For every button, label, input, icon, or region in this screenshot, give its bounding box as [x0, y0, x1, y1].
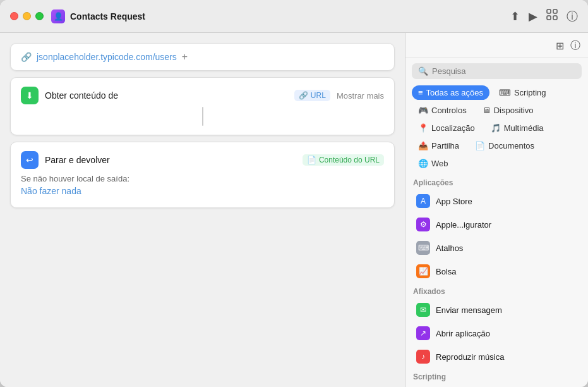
titlebar-actions: ⬆ ▶ ⓘ	[510, 9, 578, 24]
gallery-button[interactable]	[546, 9, 558, 23]
share-button[interactable]: ⬆	[510, 9, 520, 23]
section-header-apps: Aplicações	[405, 175, 588, 189]
pill-device-icon: 🖥	[483, 106, 491, 115]
list-item-icon-play-music: ♪	[416, 350, 430, 364]
search-icon: 🔍	[418, 66, 428, 76]
category-pills: ≡ Todas as ações ⌨ Scripting 🎮 Controlos…	[405, 83, 588, 175]
titlebar: 👤 Contacts Request ⬆ ▶ ⓘ	[0, 0, 588, 33]
list-item-comment[interactable]: ≡ Comentário	[409, 384, 585, 387]
list-item-open-app[interactable]: ↗ Abrir aplicação	[409, 322, 585, 345]
action-tag-content: 📄 Conteúdo do URL	[303, 154, 384, 166]
list-item-play-music[interactable]: ♪ Reproduzir música	[409, 345, 585, 368]
action-card-get-content: ⬇ Obter conteúdo de 🔗 URL Mostrar mais	[10, 77, 395, 135]
list-item-bolsa[interactable]: 📈 Bolsa	[409, 260, 585, 283]
search-input[interactable]	[432, 66, 575, 76]
pill-location-icon: 📍	[418, 123, 428, 133]
pill-all-actions[interactable]: ≡ Todas as ações	[412, 85, 489, 100]
svg-rect-3	[553, 16, 557, 20]
pill-all-label: Todas as ações	[426, 88, 483, 97]
pill-docs-label: Documentos	[488, 141, 534, 150]
right-panel: ⊞ ⓘ 🔍 ≡ Todas as ações ⌨ Scripting	[405, 33, 588, 387]
list-item-icon-open-app: ↗	[416, 326, 430, 340]
list-item-label-configurator: Apple...igurator	[436, 220, 491, 230]
list-item-label-appstore: App Store	[436, 197, 472, 206]
list-item-appstore[interactable]: A App Store	[409, 190, 585, 212]
pill-web-icon: 🌐	[418, 159, 428, 168]
action-icon-get: ⬇	[21, 87, 39, 104]
link-icon: 🔗	[21, 52, 32, 62]
action-card-stop-return: ↩ Parar e devolver 📄 Conteúdo do URL Se …	[10, 142, 395, 208]
pill-web-label: Web	[431, 159, 448, 168]
main-window: 👤 Contacts Request ⬆ ▶ ⓘ 🔗 jsonplacehold…	[0, 0, 588, 387]
pill-docs[interactable]: 📄 Documentos	[469, 138, 541, 153]
app-icon: 👤	[51, 9, 65, 23]
content-area: 🔗 jsonplaceholder.typicode.com/users + ⬇…	[0, 33, 588, 387]
pill-docs-icon: 📄	[475, 141, 485, 150]
pill-controls[interactable]: 🎮 Controlos	[412, 103, 473, 118]
svg-rect-0	[547, 9, 551, 13]
mostrar-mais-link[interactable]: Mostrar mais	[337, 91, 384, 101]
pill-multimedia-icon: 🎵	[491, 123, 501, 133]
pill-web[interactable]: 🌐 Web	[412, 156, 455, 171]
list-item-configurator[interactable]: ⚙ Apple...igurator	[409, 213, 585, 236]
tag-icon-2: 📄	[307, 156, 316, 164]
pill-all-icon: ≡	[418, 88, 423, 97]
svg-rect-1	[553, 9, 557, 13]
divider-handle	[202, 107, 203, 126]
right-panel-header: ⊞ ⓘ	[405, 33, 588, 58]
pill-scripting-icon: ⌨	[499, 88, 511, 97]
list-item-label-bolsa: Bolsa	[436, 267, 457, 276]
section-header-scripting: Scripting	[405, 369, 588, 383]
no-output-label: Se não houver local de saída:	[21, 174, 384, 183]
list-item-icon-send-msg: ✉	[416, 303, 430, 317]
pill-share-label: Partilha	[431, 141, 459, 150]
list-item-icon-appstore: A	[416, 194, 430, 208]
action-header-2: ↩ Parar e devolver 📄 Conteúdo do URL	[21, 151, 384, 169]
pill-location-label: Localização	[431, 123, 475, 133]
tag-icon: 🔗	[299, 91, 308, 100]
list-item-send-msg[interactable]: ✉ Enviar mensagem	[409, 298, 585, 321]
action-label-stop: Parar e devolver	[45, 155, 296, 165]
pill-controls-icon: 🎮	[418, 106, 428, 115]
close-button[interactable]	[10, 12, 18, 20]
url-text: jsonplaceholder.typicode.com/users	[37, 52, 177, 62]
traffic-lights	[10, 12, 44, 20]
minimize-button[interactable]	[23, 12, 31, 20]
pill-controls-label: Controlos	[431, 106, 467, 115]
action-label-get: Obter conteúdo de	[45, 90, 288, 101]
left-panel: 🔗 jsonplaceholder.typicode.com/users + ⬇…	[0, 33, 405, 387]
url-add-button[interactable]: +	[182, 51, 188, 63]
maximize-button[interactable]	[35, 12, 44, 20]
pill-location[interactable]: 📍 Localização	[412, 121, 481, 135]
pill-device-label: Dispositivo	[494, 106, 534, 115]
pill-scripting[interactable]: ⌨ Scripting	[493, 85, 553, 100]
pill-share[interactable]: 📤 Partilha	[412, 138, 465, 153]
svg-rect-2	[547, 16, 551, 20]
list-item-label-open-app: Abrir aplicação	[436, 329, 490, 338]
pill-multimedia-label: Multimédia	[504, 123, 544, 133]
url-bar[interactable]: 🔗 jsonplaceholder.typicode.com/users +	[10, 43, 395, 71]
info-button[interactable]: ⓘ	[567, 9, 578, 24]
pill-scripting-label: Scripting	[514, 88, 546, 97]
list-item-label-send-msg: Enviar mensagem	[436, 305, 502, 315]
action-icon-stop: ↩	[21, 151, 39, 169]
window-title: Contacts Request	[70, 11, 510, 22]
section-header-pinned: Afixados	[405, 283, 588, 298]
action-header-1: ⬇ Obter conteúdo de 🔗 URL Mostrar mais	[21, 87, 384, 104]
info-icon[interactable]: ⓘ	[570, 39, 580, 52]
list-item-atalhos[interactable]: ⌨ Atalhos	[409, 236, 585, 259]
action-tag-url: 🔗 URL	[294, 90, 330, 101]
list-item-icon-bolsa: 📈	[416, 264, 430, 278]
pill-multimedia[interactable]: 🎵 Multimédia	[484, 121, 550, 135]
gallery-icon[interactable]: ⊞	[556, 40, 564, 52]
list-item-label-play-music: Reproduzir música	[436, 352, 504, 362]
pill-share-icon: 📤	[418, 141, 428, 150]
list-item-icon-atalhos: ⌨	[416, 241, 430, 255]
right-scroll-area: Aplicações A App Store ⚙ Apple...igurato…	[405, 175, 588, 387]
no-output-action[interactable]: Não fazer nada	[21, 186, 384, 196]
list-item-icon-configurator: ⚙	[416, 218, 430, 231]
no-output-section: Se não houver local de saída: Não fazer …	[21, 169, 384, 199]
pill-device[interactable]: 🖥 Dispositivo	[476, 103, 540, 118]
play-button[interactable]: ▶	[529, 9, 537, 23]
list-item-label-atalhos: Atalhos	[436, 243, 463, 253]
